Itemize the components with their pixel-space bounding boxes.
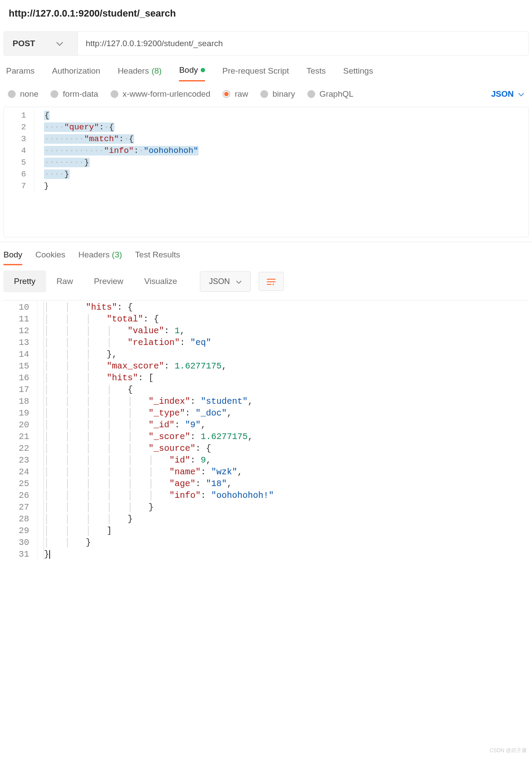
response-line: 17│ │ │ │ { — [3, 384, 529, 395]
response-tab-headers[interactable]: Headers (3) — [78, 250, 122, 265]
wrap-lines-button[interactable] — [259, 272, 284, 291]
chevron-down-icon — [518, 89, 524, 99]
response-line: 14│ │ │ }, — [3, 348, 529, 360]
tab-params[interactable]: Params — [6, 65, 34, 81]
tab-tests[interactable]: Tests — [306, 65, 326, 81]
chevron-down-icon — [56, 39, 63, 48]
tab-headers[interactable]: Headers (8) — [118, 65, 162, 81]
format-visualize[interactable]: Visualize — [134, 270, 188, 292]
method-label: POST — [13, 39, 35, 48]
response-line: 21│ │ │ │ │ "_score": 1.6277175, — [3, 431, 529, 443]
response-line: 30│ │ } — [3, 537, 529, 548]
response-tabs: Body Cookies Headers (3) Test Results — [0, 242, 532, 265]
response-line: 20│ │ │ │ │ "_id": "9", — [3, 419, 529, 431]
tab-body[interactable]: Body — [179, 65, 205, 81]
response-line: 25│ │ │ │ │ │ "age": "18", — [3, 478, 529, 490]
response-line: 12│ │ │ │ "value": 1, — [3, 325, 529, 337]
radio-graphql[interactable]: GraphQL — [307, 89, 354, 99]
radio-binary[interactable]: binary — [260, 89, 295, 99]
response-line: 23│ │ │ │ │ │ "id": 9, — [3, 454, 529, 466]
response-line: 11│ │ │ "total": { — [3, 313, 529, 325]
url-input[interactable]: http://127.0.0.1:9200/student/_search — [78, 32, 528, 55]
response-line: 26│ │ │ │ │ │ "info": "oohohohoh!" — [3, 490, 529, 501]
tab-prerequest[interactable]: Pre-request Script — [222, 65, 289, 81]
line-wrap-icon — [266, 277, 276, 285]
response-tab-body[interactable]: Body — [3, 250, 22, 265]
response-line: 27│ │ │ │ │ } — [3, 501, 529, 513]
response-line: 28│ │ │ │ } — [3, 513, 529, 525]
response-language-select[interactable]: JSON — [200, 271, 251, 292]
http-method-select[interactable]: POST — [4, 32, 78, 55]
request-title: http://127.0.0.1:9200/student/_search — [0, 0, 532, 31]
raw-language-select[interactable]: JSON — [491, 89, 524, 99]
radio-raw[interactable]: raw — [222, 89, 248, 99]
response-line: 19│ │ │ │ │ "_type": "_doc", — [3, 407, 529, 419]
body-indicator-icon — [201, 68, 205, 72]
response-body-editor[interactable]: 10│ │ "hits": {11│ │ │ "total": {12│ │ │… — [3, 300, 529, 561]
response-line: 13│ │ │ │ "relation": "eq" — [3, 337, 529, 348]
body-type-row: none form-data x-www-form-urlencoded raw… — [0, 81, 532, 107]
response-line: 15│ │ │ "max_score": 1.6277175, — [3, 360, 529, 372]
tab-settings[interactable]: Settings — [343, 65, 373, 81]
response-line: 18│ │ │ │ │ "_index": "student", — [3, 395, 529, 407]
chevron-down-icon — [236, 277, 242, 286]
format-raw[interactable]: Raw — [46, 270, 84, 292]
response-line: 29│ │ │ ] — [3, 525, 529, 537]
response-line: 16│ │ │ "hits": [ — [3, 372, 529, 384]
radio-none[interactable]: none — [8, 89, 38, 99]
format-pretty[interactable]: Pretty — [3, 270, 46, 292]
format-preview[interactable]: Preview — [84, 270, 134, 292]
response-tab-cookies[interactable]: Cookies — [35, 250, 65, 265]
response-tab-test-results[interactable]: Test Results — [135, 250, 180, 265]
response-line: 10│ │ "hits": { — [3, 301, 529, 313]
response-line: 24│ │ │ │ │ │ "name": "wzk", — [3, 466, 529, 478]
method-url-bar: POST http://127.0.0.1:9200/student/_sear… — [3, 31, 529, 56]
tab-authorization[interactable]: Authorization — [52, 65, 100, 81]
response-line: 31} — [3, 548, 529, 560]
format-row: Pretty Raw Preview Visualize JSON — [0, 265, 532, 297]
radio-form-data[interactable]: form-data — [51, 89, 98, 99]
response-line: 22│ │ │ │ │ "_source": { — [3, 443, 529, 454]
radio-x-www-form[interactable]: x-www-form-urlencoded — [111, 89, 211, 99]
request-body-editor[interactable]: 1{ 2····"query":·{ 3········"match":·{ 4… — [3, 107, 529, 237]
request-tabs: Params Authorization Headers (8) Body Pr… — [0, 56, 532, 81]
